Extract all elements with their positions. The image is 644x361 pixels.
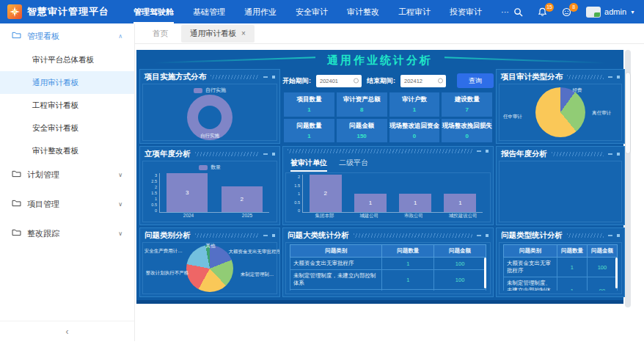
table-scrollbar[interactable]: [615, 258, 618, 288]
nav-item-5[interactable]: 审计整改: [347, 0, 379, 23]
nav-item-7[interactable]: 投资审计: [450, 0, 482, 23]
y-tick: 2: [155, 185, 157, 189]
sidebar-item[interactable]: 工程审计看板: [0, 94, 134, 117]
stat-card-8: 现场整改挽回损失0: [442, 119, 492, 143]
audit-type-pie: [535, 87, 585, 137]
report-year-chart: [499, 161, 622, 222]
table-scrollbar[interactable]: [484, 258, 486, 288]
pie-wrap: 大额资金支出无审批程序未制定管理制度，未建...整改计划执行不严格安全生产费用计…: [143, 243, 277, 293]
sidebar-group-label: 整改跟踪: [27, 228, 59, 239]
stat-label: 问题金额: [349, 122, 374, 131]
sidebar-item[interactable]: 审计整改看板: [0, 139, 134, 162]
sidebar-item[interactable]: 安全审计看板: [0, 117, 134, 139]
column-header: 问题金额: [434, 245, 486, 258]
close-icon[interactable]: ×: [241, 29, 246, 37]
search-icon[interactable]: [513, 7, 523, 17]
main-nav: 管理驾驶舱基础管理通用作业安全审计审计整改工程审计投资审计···: [133, 0, 509, 23]
sidebar-group-4[interactable]: 整改跟踪∨: [0, 221, 134, 246]
table-row: 大额资金支出无审批程序1100: [504, 258, 618, 277]
chevron-down-icon: ▼: [630, 10, 635, 15]
message-icon[interactable]: 8: [562, 7, 571, 17]
chart-legend: 数量: [143, 163, 277, 172]
minimize-icon: [263, 76, 268, 78]
pie-label: 整改计划执行不严格: [146, 270, 189, 277]
nav-item-2[interactable]: 基础管理: [193, 0, 225, 23]
x-tick: 市政公司: [404, 213, 423, 222]
pie-label: 未制定管理制度，未建...: [241, 271, 274, 278]
stat-label: 项目数量: [296, 95, 321, 104]
sidebar-group-3[interactable]: 项目管理∨: [0, 192, 134, 216]
vertical-scrollbar[interactable]: [625, 50, 631, 307]
stat-label: 现场整改追回资金: [389, 122, 439, 131]
stat-value: 1: [307, 133, 310, 139]
title-decor-right: [444, 56, 606, 64]
panel-dot-icon: [272, 76, 275, 79]
sidebar-item[interactable]: 审计平台总体看板: [0, 48, 134, 71]
query-button[interactable]: 查询: [457, 73, 494, 88]
minimize-icon: [608, 235, 612, 236]
stat-value: 8: [360, 106, 363, 113]
legend-label: 数量: [211, 164, 221, 171]
chevron-down-icon: ∨: [118, 201, 122, 208]
bell-icon[interactable]: 15: [538, 7, 547, 17]
sidebar-item[interactable]: 通用审计看板: [0, 71, 134, 94]
start-period-label: 开始期间:: [282, 76, 311, 86]
notification-badge: 15: [545, 3, 554, 12]
start-period-wrap: [316, 75, 362, 87]
stat-card-1: 项目数量1: [284, 92, 334, 117]
tab-1[interactable]: 首页: [144, 25, 177, 43]
sidebar-group-1[interactable]: 管理看板∧: [0, 23, 134, 48]
bar: 1: [444, 194, 476, 213]
bar: 2: [310, 175, 342, 212]
panel-audit-type: 项目审计类型分布 经费离任审计任中审计: [496, 69, 625, 144]
bar-value: 1: [369, 200, 372, 206]
end-period-label: 结束期间:: [367, 76, 395, 86]
panel-audited-unit: 被审计单位二级平台 21.510.502111集团本部城建公司市政公司城投建设公…: [282, 146, 494, 225]
content-area: 首页通用审计看板× 通用作业统计分析 项目实施方式分布: [135, 23, 644, 361]
folder-icon: [12, 32, 21, 40]
y-tick: 2.5: [151, 179, 157, 183]
nav-item-4[interactable]: 安全审计: [296, 0, 328, 23]
nav-item-6[interactable]: 工程审计: [398, 0, 431, 23]
y-tick: 3: [155, 173, 157, 178]
column-header: 问题金额: [587, 245, 617, 258]
donut-hole: [198, 106, 222, 129]
message-badge: 8: [569, 3, 578, 12]
y-tick: 1: [298, 192, 300, 196]
legend-label: 自行实施: [205, 87, 226, 94]
chart-legend: 自行实施: [143, 86, 277, 95]
stat-value: 1: [307, 106, 310, 113]
filters-stats-area: 开始期间: 结束期间: 查询: [282, 69, 494, 144]
nav-item-8[interactable]: ···: [501, 0, 509, 23]
sidebar-group-2[interactable]: 计划管理∨: [0, 162, 134, 187]
unit-tab-1[interactable]: 被审计单位: [290, 158, 327, 172]
stat-label: 审计资产总额: [343, 95, 381, 104]
y-tick: 1: [155, 197, 157, 201]
nav-item-3[interactable]: 通用作业: [244, 0, 277, 23]
problem-type-table: 问题类别问题数量问题金额大额资金支出无审批程序1100未制定管理制度、未建立内部…: [499, 242, 622, 294]
clock-icon: [438, 79, 443, 84]
hatch-decor: [195, 152, 259, 156]
chevron-down-icon: ∨: [118, 230, 122, 237]
sidebar-group-label: 管理看板: [27, 31, 59, 42]
tab-2[interactable]: 通用审计看板×: [181, 25, 255, 43]
panel-title: 问题大类统计分析: [288, 230, 349, 241]
project-year-chart: 数量32.521.510.503220242025: [142, 161, 277, 222]
table-row: 未制定管理制度、未建立内部控制体系199: [504, 277, 618, 291]
panel-dot-icon: [486, 234, 489, 237]
chevron-up-icon: ∧: [118, 33, 122, 40]
user-menu[interactable]: admin ▼: [586, 7, 635, 18]
nav-item-1[interactable]: 管理驾驶舱: [133, 0, 174, 23]
hatch-decor: [195, 233, 259, 238]
minimize-icon: [477, 150, 481, 152]
x-axis-labels: 20242025: [143, 213, 277, 222]
pie-label: 其他: [206, 243, 216, 249]
collapse-sidebar-button[interactable]: ‹: [66, 327, 69, 337]
column-header: 问题类别: [504, 245, 557, 258]
panel-impl-method: 项目实施方式分布 自行实施自行实施: [139, 69, 280, 144]
bar: 2: [222, 186, 263, 212]
pie-wrap: 自行实施: [143, 95, 277, 140]
scrollbar-thumb[interactable]: [625, 72, 631, 154]
unit-tab-2[interactable]: 二级平台: [339, 158, 368, 172]
username: admin: [604, 7, 626, 16]
